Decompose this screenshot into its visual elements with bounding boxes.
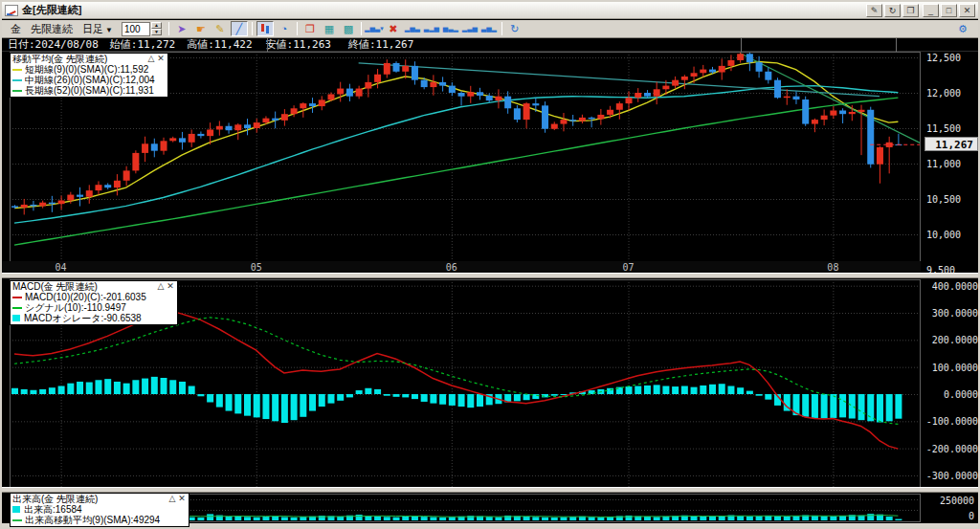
volume-axis-label: 250000 xyxy=(923,496,974,506)
macd-axis-label: 0.0000 xyxy=(923,389,978,400)
x-axis-strip xyxy=(2,261,921,273)
settings-wrench-icon[interactable]: ⚙ xyxy=(954,22,971,37)
period-dropdown[interactable]: 日足▼ xyxy=(82,22,113,36)
candlestick-tool-icon[interactable] xyxy=(256,21,274,36)
period-value: 日足 xyxy=(82,23,103,34)
symbol-label[interactable]: 金 xyxy=(11,22,21,36)
legend-row: シグナル(10):-110.9497 xyxy=(12,302,175,313)
price-axis-label: 12,000 xyxy=(926,88,961,99)
toolbar-separator xyxy=(252,22,253,35)
chart-window: 金[先限連続] ✎↻❐ _ □ ✕ 金 先限連続 日足▼ 100 ▲ ▼ ➤☛✎… xyxy=(0,0,980,529)
time-axis-label: 07 xyxy=(623,262,635,273)
indicator-slot-5-icon[interactable]: ▃▅▂ xyxy=(480,21,498,36)
time-axis-label: 05 xyxy=(251,262,262,273)
legend-minimize-icon[interactable]: △ xyxy=(156,281,166,292)
legend-close-icon[interactable]: ✕ xyxy=(177,494,187,504)
window-title: 金[先限連続] xyxy=(22,3,866,17)
indicator-remove-icon[interactable]: ✖ xyxy=(385,21,402,36)
ma-mid-swatch xyxy=(12,79,22,81)
maximize-button[interactable]: □ xyxy=(941,4,957,17)
macd-axis-label: 200.0000 xyxy=(923,335,978,345)
toolbar-separator xyxy=(297,22,298,35)
oscillator-label: MACDオシレータ:-90.6538 xyxy=(24,313,142,323)
ma-long-swatch xyxy=(12,90,22,92)
ma-mid-label: 中期線(26)(0)(SMA)(C):12,004 xyxy=(25,75,155,85)
time-axis-label: 04 xyxy=(56,262,67,273)
time-axis-label: 08 xyxy=(827,262,838,273)
volume-swatch xyxy=(12,506,20,513)
volume-legend: 出来高(金 先限連続) △ ✕ 出来高:16584 出来高移動平均(9)(SMA… xyxy=(10,493,189,527)
indicator-slot-3-icon[interactable]: ▅▃▂ xyxy=(442,21,459,36)
volume-ma-swatch xyxy=(12,519,22,521)
new-chart-icon[interactable]: ❐ xyxy=(301,21,319,36)
minimize-button[interactable]: _ xyxy=(923,4,939,17)
trendline-tool-icon[interactable]: ╱ xyxy=(231,21,248,36)
indicator-slot-2-icon[interactable]: ▃▂▅ xyxy=(423,21,440,36)
volume-label: 出来高:16584 xyxy=(24,504,82,515)
spin-down-button[interactable]: ▼ xyxy=(151,29,162,35)
info-open: 始値:11,272 xyxy=(104,37,181,52)
legend-row: MACDオシレータ:-90.6538 xyxy=(12,313,175,323)
select-tool-icon[interactable]: ➤ xyxy=(173,21,190,36)
legend-row: 長期線(52)(0)(SMA)(C):11,931 xyxy=(12,85,166,96)
price-axis-label: 11,000 xyxy=(926,159,961,169)
ma-long-label: 長期線(52)(0)(SMA)(C):11,931 xyxy=(25,85,154,96)
grid-large-icon[interactable]: ▩ xyxy=(340,21,357,36)
close-button[interactable]: ✕ xyxy=(959,4,975,17)
ma-legend: 移動平均(金 先限連続) △ ✕ 短期線(9)(0)(SMA)(C):11,59… xyxy=(10,53,168,98)
indicator-slot-4-icon[interactable]: ▂▃▅ xyxy=(461,21,479,36)
infobar-divider xyxy=(741,38,742,52)
macd-axis-label: -300.0000 xyxy=(923,471,978,481)
price-axis-label: 11,500 xyxy=(926,123,961,134)
macd-legend-title: MACD(金 先限連続) xyxy=(12,281,156,292)
annotate-button[interactable]: ✎ xyxy=(866,4,882,17)
toolbar-separator xyxy=(168,22,169,35)
legend-row: MACD(10)(20)(C):-201.6035 xyxy=(12,292,175,302)
price-axis-label: 10,500 xyxy=(926,194,961,205)
bar-count-input[interactable]: 100 xyxy=(122,22,150,36)
legend-close-icon[interactable]: ✕ xyxy=(156,54,166,64)
last-price-badge: 11,267 xyxy=(924,137,978,151)
ohlc-info-bar: 日付:2024/08/08 始値:11,272 高値:11,422 安値:11,… xyxy=(2,38,978,52)
legend-row: 短期線(9)(0)(SMA)(C):11,592 xyxy=(12,64,166,75)
infobar-divider xyxy=(896,38,897,52)
reload-window-button[interactable]: ↻ xyxy=(884,4,901,17)
bar-count-stepper: 100 ▲ ▼ xyxy=(122,22,162,36)
indicator-menu-icon[interactable]: ▂▅▃▾ xyxy=(366,21,383,36)
legend-row: 中期線(26)(0)(SMA)(C):12,004 xyxy=(12,75,166,85)
info-date: 日付:2024/08/08 xyxy=(2,37,104,52)
scroll-latest-icon[interactable]: ◔ xyxy=(276,21,293,36)
market-label[interactable]: 先限連続 xyxy=(31,22,73,36)
macd-axis-label: 400.0000 xyxy=(923,281,978,292)
info-high: 高値:11,422 xyxy=(181,37,257,52)
toolbar-separator xyxy=(501,22,502,35)
volume-legend-title: 出来高(金 先限連続) xyxy=(12,494,167,504)
legend-minimize-icon[interactable]: △ xyxy=(167,494,177,504)
legend-close-icon[interactable]: ✕ xyxy=(166,281,175,292)
price-axis-label: 12,500 xyxy=(926,53,961,63)
pencil-tool-icon[interactable]: ✎ xyxy=(212,21,229,36)
spin-up-button[interactable]: ▲ xyxy=(151,22,162,29)
indicator-slot-1-icon[interactable]: ▂▅▃ xyxy=(404,21,421,36)
ma-legend-title: 移動平均(金 先限連続) xyxy=(12,54,146,64)
macd-line-label: MACD(10)(20)(C):-201.6035 xyxy=(25,292,146,302)
hand-tool-icon[interactable]: ☛ xyxy=(192,21,210,36)
macd-axis-label: -200.0000 xyxy=(923,444,978,454)
duplicate-window-button[interactable]: ❐ xyxy=(902,4,919,17)
macd-axis-label: 300.0000 xyxy=(923,308,978,319)
reload-data-icon[interactable]: ↻ xyxy=(506,21,523,36)
legend-minimize-icon[interactable]: △ xyxy=(146,54,156,64)
grid-small-icon[interactable]: ▦ xyxy=(321,21,338,36)
macd-legend: MACD(金 先限連続) △ ✕ MACD(10)(20)(C):-201.60… xyxy=(10,280,178,325)
chevron-down-icon: ▼ xyxy=(105,26,113,34)
info-close: 終値:11,267 xyxy=(343,37,419,52)
toolbar-separator xyxy=(361,22,362,35)
legend-row: 出来高移動平均(9)(SMA):49294 xyxy=(12,515,187,525)
time-axis-label: 06 xyxy=(446,262,457,273)
infobar-divider xyxy=(267,38,268,52)
panel-splitter[interactable] xyxy=(2,273,978,278)
chart-app-icon xyxy=(5,5,18,16)
legend-row: 出来高:16584 xyxy=(12,504,187,515)
price-axis-label: 10,000 xyxy=(926,230,961,240)
macd-line-swatch xyxy=(12,297,22,298)
